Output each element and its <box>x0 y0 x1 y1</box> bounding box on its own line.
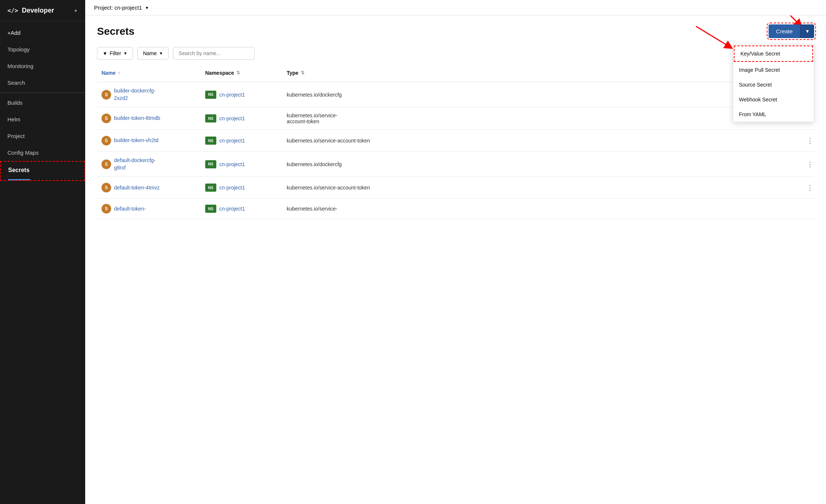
dropdown-item-webhook[interactable]: Webhook Secret <box>733 92 814 107</box>
sidebar-item-search[interactable]: Search <box>0 74 85 91</box>
sidebar: </> Developer ▼ +Add Topology Monitoring… <box>0 0 85 504</box>
sort-both-icon-type: ⇅ <box>301 70 304 75</box>
name-label: Name <box>143 50 157 56</box>
filter-arrow-icon: ▼ <box>123 51 127 56</box>
name-arrow-icon: ▼ <box>159 51 163 56</box>
secrets-active-underline <box>8 179 30 180</box>
filter-row: ▼ Filter ▼ Name ▼ <box>97 47 814 60</box>
dropdown-item-source[interactable]: Source Secret <box>733 77 814 92</box>
secret-name-link[interactable]: builder-token-8tmdb <box>114 115 160 122</box>
sidebar-item-helm[interactable]: Helm <box>0 111 85 128</box>
svg-line-1 <box>773 16 799 24</box>
ns-badge: NS <box>205 91 216 99</box>
secret-icon-badge: S <box>101 159 111 169</box>
sidebar-item-secrets[interactable]: Secrets <box>0 161 85 181</box>
sidebar-item-helm-label: Helm <box>7 116 20 122</box>
sidebar-item-add[interactable]: +Add <box>0 24 85 41</box>
column-header-name: Name ↑ <box>97 67 201 79</box>
sidebar-item-monitoring-label: Monitoring <box>7 63 33 69</box>
sidebar-header[interactable]: </> Developer ▼ <box>0 0 85 21</box>
table-cell-actions: ⋮ <box>799 130 814 151</box>
sidebar-brand: </> Developer <box>7 7 54 14</box>
secret-name-link[interactable]: builder-dockercfg-2xzd2 <box>114 87 156 102</box>
name-select[interactable]: Name ▼ <box>137 47 169 60</box>
column-header-namespace: Namespace ⇅ <box>201 67 282 79</box>
kebab-menu-icon[interactable]: ⋮ <box>804 135 816 146</box>
page-header: Secrets Create ▼ <box>97 24 814 38</box>
dropdown-item-keyvalue-label: Key/Value Secret <box>740 51 780 57</box>
table-cell-type: kubernetes.io/dockercfg <box>282 87 799 103</box>
table-row: S default-token-4tmvz NS cn-project1 kub… <box>97 177 814 199</box>
search-input[interactable] <box>173 47 254 60</box>
table-cell-namespace: NS cn-project1 <box>201 85 282 104</box>
table-cell-name: S builder-token-8tmdb <box>97 108 201 128</box>
secret-name-link[interactable]: default-token- <box>114 205 146 213</box>
table-cell-type: kubernetes.io/service-account-token <box>282 132 799 149</box>
table-row: S builder-dockercfg-2xzd2 NS cn-project1… <box>97 82 814 107</box>
namespace-link[interactable]: cn-project1 <box>219 92 245 98</box>
table-cell-actions: ⋮ <box>799 177 814 198</box>
namespace-link[interactable]: cn-project1 <box>219 115 245 121</box>
main-content: Project: cn-project1 ▼ Secrets <box>85 0 826 504</box>
sidebar-arrow-icon: ▼ <box>74 9 78 13</box>
namespace-link[interactable]: cn-project1 <box>219 185 245 191</box>
create-dropdown-arrow-button[interactable]: ▼ <box>800 24 814 38</box>
secret-name-link[interactable]: default-dockercfg-g8rxf <box>114 157 156 171</box>
table-row: S builder-token-vh2td NS cn-project1 kub… <box>97 130 814 152</box>
namespace-link[interactable]: cn-project1 <box>219 161 245 167</box>
table-cell-type: kubernetes.io/service-account-token <box>282 179 799 196</box>
secret-icon-badge: S <box>101 136 111 145</box>
dropdown-item-fromyaml[interactable]: From YAML <box>733 107 814 122</box>
table-cell-name: S builder-dockercfg-2xzd2 <box>97 82 201 107</box>
ns-badge: NS <box>205 160 216 168</box>
ns-badge: NS <box>205 205 216 213</box>
secret-name-link[interactable]: default-token-4tmvz <box>114 184 160 192</box>
sidebar-title: Developer <box>22 7 54 14</box>
project-label: Project: cn-project1 <box>94 4 142 11</box>
table-cell-type: kubernetes.io/service-account-token <box>282 107 799 130</box>
table-header: Name ↑ Namespace ⇅ Type ⇅ <box>97 67 814 82</box>
secret-icon-badge: S <box>101 204 111 214</box>
sidebar-item-topology[interactable]: Topology <box>0 41 85 58</box>
sidebar-item-search-label: Search <box>7 80 25 86</box>
sidebar-item-add-label: +Add <box>7 30 20 36</box>
table-cell-name: S default-dockercfg-g8rxf <box>97 152 201 177</box>
dropdown-item-imagepull-label: Image Pull Secret <box>739 67 780 73</box>
namespace-link[interactable]: cn-project1 <box>219 138 245 144</box>
table-cell-type: kubernetes.io/dockercfg <box>282 156 799 172</box>
code-icon: </> <box>7 7 18 14</box>
create-button[interactable]: Create <box>769 24 800 38</box>
namespace-link[interactable]: cn-project1 <box>219 206 245 212</box>
table-cell-namespace: NS cn-project1 <box>201 155 282 174</box>
sort-both-icon: ⇅ <box>236 70 240 75</box>
sidebar-item-configmaps[interactable]: Config Maps <box>0 144 85 161</box>
project-arrow-icon: ▼ <box>145 6 149 10</box>
table-cell-name: S builder-token-vh2td <box>97 131 201 151</box>
kebab-menu-icon[interactable]: ⋮ <box>804 182 816 193</box>
sidebar-divider <box>0 93 85 93</box>
content-area: Secrets Create ▼ <box>85 16 826 504</box>
table-cell-namespace: NS cn-project1 <box>201 109 282 128</box>
filter-button[interactable]: ▼ Filter ▼ <box>97 47 133 60</box>
table-cell-actions <box>799 204 814 214</box>
sidebar-item-builds[interactable]: Builds <box>0 94 85 111</box>
sort-asc-icon: ↑ <box>118 70 120 75</box>
dropdown-item-webhook-label: Webhook Secret <box>739 97 777 103</box>
kebab-menu-icon[interactable]: ⋮ <box>804 159 816 170</box>
create-dropdown-menu: Key/Value Secret Image Pull Secret Sourc… <box>733 44 814 122</box>
sidebar-item-monitoring[interactable]: Monitoring <box>0 58 85 74</box>
sidebar-item-configmaps-label: Config Maps <box>7 149 39 156</box>
sidebar-item-secrets-label: Secrets <box>8 167 30 174</box>
data-table: Name ↑ Namespace ⇅ Type ⇅ S builder-do <box>97 67 814 219</box>
create-wrapper: Create ▼ Key/Value <box>769 24 814 38</box>
sidebar-item-project[interactable]: Project <box>0 128 85 144</box>
table-row: S builder-token-8tmdb NS cn-project1 kub… <box>97 107 814 130</box>
project-selector[interactable]: Project: cn-project1 ▼ <box>94 4 149 11</box>
dropdown-item-source-label: Source Secret <box>739 82 772 88</box>
secret-icon-badge: S <box>101 114 111 123</box>
dropdown-item-keyvalue[interactable]: Key/Value Secret <box>734 46 813 62</box>
dropdown-item-imagepull[interactable]: Image Pull Secret <box>733 63 814 77</box>
topbar: Project: cn-project1 ▼ <box>85 0 826 16</box>
secret-name-link[interactable]: builder-token-vh2td <box>114 137 159 144</box>
table-cell-namespace: NS cn-project1 <box>201 199 282 218</box>
